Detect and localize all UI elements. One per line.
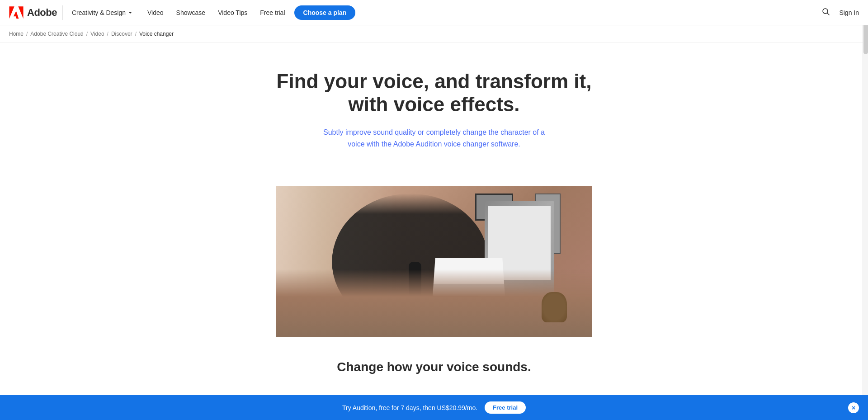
adobe-logo-link[interactable]: Adobe <box>9 5 57 20</box>
photo-cactus <box>542 292 567 322</box>
adobe-text: Adobe <box>27 7 57 19</box>
breadcrumb-home[interactable]: Home <box>9 31 24 37</box>
creativity-design-label: Creativity & Design <box>72 9 126 16</box>
main-content: Find your voice, and transform it, with … <box>0 43 868 392</box>
breadcrumb-current: Voice changer <box>139 31 174 37</box>
breadcrumb-discover[interactable]: Discover <box>111 31 132 37</box>
hero-section: Find your voice, and transform it, with … <box>0 43 868 168</box>
creativity-design-dropdown[interactable]: Creativity & Design <box>68 9 137 16</box>
dropdown-chevron-icon <box>127 10 133 15</box>
hero-image-wrapper <box>267 186 601 337</box>
breadcrumb: Home / Adobe Creative Cloud / Video / Di… <box>0 25 868 43</box>
adobe-logo-icon <box>9 5 24 20</box>
hero-title: Find your voice, and transform it, with … <box>276 70 592 116</box>
breadcrumb-sep-2: / <box>86 31 88 37</box>
scrollbar-track <box>863 0 868 392</box>
nav-links: Video Showcase Video Tips Free trial <box>142 6 291 19</box>
svg-line-1 <box>827 13 830 15</box>
hero-subtitle: Subtly improve sound quality or complete… <box>321 127 547 150</box>
nav-link-showcase[interactable]: Showcase <box>171 6 211 19</box>
choose-plan-button[interactable]: Choose a plan <box>294 5 356 20</box>
nav-cta: Choose a plan <box>294 5 356 20</box>
photo-background <box>276 186 592 337</box>
search-icon[interactable] <box>822 8 830 18</box>
hero-image <box>276 186 592 337</box>
lower-title: Change how your voice sounds. <box>9 360 859 374</box>
nav-link-free-trial[interactable]: Free trial <box>255 6 290 19</box>
main-nav: Adobe Creativity & Design Video Showcase… <box>0 0 868 25</box>
breadcrumb-creative-cloud[interactable]: Adobe Creative Cloud <box>30 31 83 37</box>
nav-divider <box>62 5 63 20</box>
nav-link-video-tips[interactable]: Video Tips <box>212 6 253 19</box>
lower-section: Change how your voice sounds. <box>0 337 868 392</box>
breadcrumb-video[interactable]: Video <box>90 31 104 37</box>
nav-right: Sign In <box>822 8 859 18</box>
breadcrumb-sep-1: / <box>26 31 28 37</box>
sign-in-link[interactable]: Sign In <box>839 9 859 16</box>
breadcrumb-sep-4: / <box>135 31 137 37</box>
nav-link-video[interactable]: Video <box>142 6 169 19</box>
breadcrumb-sep-3: / <box>107 31 108 37</box>
